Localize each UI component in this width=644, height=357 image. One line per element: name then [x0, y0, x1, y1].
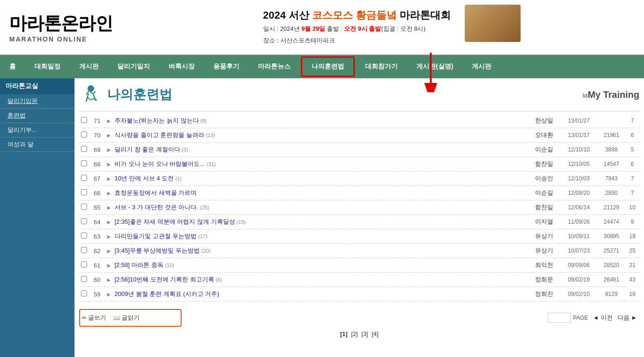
row-title[interactable]: 효창운동장에서 새벽을 가르며: [113, 186, 528, 200]
bottom-area: ✏ 글쓰기 📖 글읽기 PAGE ◄ 이전 다음 ►: [79, 305, 639, 327]
row-title[interactable]: 서브 - 3 가 대단한 것은 아니다. (25): [113, 200, 528, 215]
row-checkbox[interactable]: [79, 215, 89, 229]
row-title[interactable]: [2:58] 마라톤 중독 (10): [113, 258, 528, 273]
row-title[interactable]: [3:45]무릎 부상예방및 푸는방법 (20): [113, 244, 528, 258]
row-title[interactable]: 비가 오나 눈이 오나 바람불어도... (31): [113, 157, 528, 172]
row-author: 정희진: [528, 287, 560, 302]
table-row: 63 ▶ 다리만들기및 고관절 푸는방법 (17) 유상기 10/09/11 3…: [79, 229, 639, 244]
row-views: 8129: [597, 287, 625, 302]
row-rec: 10: [625, 200, 639, 215]
write-label: 글쓰기: [88, 314, 106, 322]
nav-schedule[interactable]: 대회일정: [25, 55, 70, 78]
page-link-3[interactable]: [3]: [361, 330, 368, 337]
page-link-4[interactable]: [4]: [372, 330, 378, 337]
row-num: 70: [89, 128, 105, 143]
banner-highlight: 코스모스 황금들녘: [312, 9, 397, 21]
nav-news[interactable]: 마라톤뉴스: [249, 55, 300, 78]
row-num: 69: [89, 143, 105, 157]
row-checkbox[interactable]: [79, 128, 89, 143]
row-checkbox[interactable]: [79, 200, 89, 215]
content-wrapper: 마라톤교실 달리기입문 훈련법 달리기부... 여성과 달 나의훈련법 MMy …: [0, 78, 644, 357]
row-title[interactable]: 10년 만에 서브 4 도전 (1): [113, 172, 528, 186]
page-link-1[interactable]: [1]: [340, 330, 347, 337]
row-checkbox[interactable]: [79, 244, 89, 258]
nav-race-log[interactable]: 대회참가기: [356, 55, 407, 78]
row-checkbox[interactable]: [79, 157, 89, 172]
row-count: (31): [207, 161, 216, 167]
row-title[interactable]: 식사량을 줄이고 훈련량을 늘려라 (13): [113, 128, 528, 143]
main-content: 나의훈련법 MMy Training 71 ▶ 주자불노(뛰는자는 늙지 않는다…: [75, 78, 644, 357]
row-title[interactable]: 달리기 참 좋은 계절이다 (3): [113, 143, 528, 157]
nav-board[interactable]: 게시판: [70, 55, 108, 78]
row-arrow: ▶: [105, 215, 113, 229]
next-page[interactable]: 다음 ►: [617, 314, 637, 322]
row-checkbox[interactable]: [79, 186, 89, 200]
read-label: 글읽기: [122, 314, 140, 322]
nav-home[interactable]: 홈: [0, 55, 25, 78]
nav-board2[interactable]: 게시판: [462, 55, 501, 78]
row-views: 21129: [597, 200, 625, 215]
row-arrow: ▶: [105, 287, 113, 302]
row-count: (3): [182, 147, 188, 152]
sidebar: 마라톤교실 달리기입문 훈련법 달리기부... 여성과 달: [0, 78, 75, 357]
row-checkbox[interactable]: [79, 229, 89, 244]
read-button[interactable]: 📖 글읽기: [113, 314, 140, 322]
row-title[interactable]: [2:35]좋은 자세 덕분에 어렵지 않게 기록달성 (15): [113, 215, 528, 229]
training-banner: MMy Training: [583, 89, 639, 100]
row-views: 24474: [597, 215, 625, 229]
row-rec: 21: [625, 258, 639, 273]
row-views: 25271: [597, 244, 625, 258]
page-input[interactable]: [548, 313, 571, 323]
sidebar-title: 마라톤교실: [0, 78, 75, 94]
logo-korean[interactable]: 마라톤온라인: [9, 12, 140, 35]
row-views: 7943: [597, 172, 625, 186]
write-button[interactable]: ✏ 글쓰기: [82, 314, 106, 322]
row-author: 이순길: [528, 143, 560, 157]
row-title[interactable]: 다리만들기및 고관절 푸는방법 (17): [113, 229, 528, 244]
row-date: 12/10/10: [560, 143, 597, 157]
table-row: 71 ▶ 주자불노(뛰는자는 늙지 않는다 (8) 한상일 13/01/27 7: [79, 114, 639, 128]
row-checkbox[interactable]: [79, 287, 89, 302]
page-link-2[interactable]: [2]: [351, 330, 358, 337]
sidebar-item-running-part[interactable]: 달리기부...: [0, 123, 75, 137]
row-date: 09/02/10: [560, 287, 597, 302]
row-date: 10/09/11: [560, 229, 597, 244]
page-links: [1] [2] [3] [4]: [79, 330, 639, 337]
row-num: 63: [89, 229, 105, 244]
banner-date: 9월 29일: [301, 25, 325, 32]
table-row: 70 ▶ 식사량을 줄이고 훈련량을 늘려라 (13) 오대환 13/01/17…: [79, 128, 639, 143]
row-title[interactable]: 주자불노(뛰는자는 늙지 않는다 (8): [113, 114, 528, 128]
nav-diary[interactable]: 달리기일지: [108, 55, 159, 78]
row-checkbox[interactable]: [79, 258, 89, 273]
row-count: (17): [198, 233, 208, 239]
row-num: 64: [89, 215, 105, 229]
sidebar-item-running-intro[interactable]: 달리기입문: [0, 94, 75, 109]
row-author: 유상기: [528, 244, 560, 258]
row-checkbox[interactable]: [79, 143, 89, 157]
row-author: 한상일: [528, 114, 560, 128]
row-count: (1): [176, 176, 182, 181]
row-title[interactable]: 2009년 봄철 훈련 계획표 (시카고 거주): [113, 287, 528, 302]
write-icon: ✏: [82, 315, 87, 321]
sidebar-item-training[interactable]: 훈련법: [0, 109, 75, 123]
row-date: 12/09/20: [560, 186, 597, 200]
row-checkbox[interactable]: [79, 114, 89, 128]
row-rec: 7: [625, 186, 639, 200]
nav-board-real[interactable]: 게시판(실명): [407, 55, 462, 78]
table-row: 59 ▶ 2009년 봄철 훈련 계획표 (시카고 거주) 정희진 09/02/…: [79, 287, 639, 302]
table-row: 69 ▶ 달리기 참 좋은 계절이다 (3) 이순길 12/10/10 3898…: [79, 143, 639, 157]
nav-training[interactable]: 나의훈련법: [301, 56, 355, 77]
sidebar-item-women[interactable]: 여성과 달: [0, 137, 75, 152]
nav-review[interactable]: 용품후기: [204, 55, 249, 78]
row-num: 62: [89, 244, 105, 258]
nav-market[interactable]: 벼룩시장: [159, 55, 204, 78]
row-views: 2850: [597, 186, 625, 200]
row-checkbox[interactable]: [79, 172, 89, 186]
logo-area: 마라톤온라인 MARATHON ONLINE: [9, 12, 140, 43]
row-date: 12/06/14: [560, 200, 597, 215]
prev-page[interactable]: ◄ 이전: [593, 314, 612, 322]
row-arrow: ▶: [105, 143, 113, 157]
row-num: 66: [89, 186, 105, 200]
row-title[interactable]: [2:56]10번째 도전에 기록한 최고기록 (6): [113, 273, 528, 287]
row-checkbox[interactable]: [79, 273, 89, 287]
